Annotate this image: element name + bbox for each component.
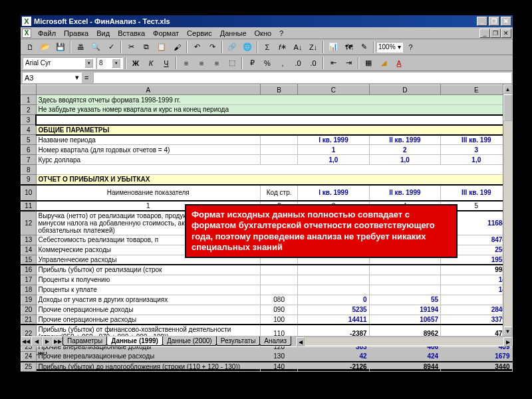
- percent-icon[interactable]: %: [260, 57, 275, 70]
- section-general[interactable]: ОБЩИЕ ПАРАМЕТРЫ: [36, 125, 512, 135]
- draw-icon[interactable]: ✎: [356, 41, 371, 54]
- mdi-close-button[interactable]: ✕: [501, 29, 511, 38]
- col-E[interactable]: E: [441, 85, 512, 95]
- dec-indent-icon[interactable]: ⇤: [326, 57, 340, 70]
- font-color-icon[interactable]: A: [392, 57, 406, 70]
- row-2[interactable]: 2: [21, 105, 37, 115]
- tab-data-2000[interactable]: Данные (2000): [162, 336, 217, 346]
- zoom-combo[interactable]: 100%▾: [376, 42, 403, 53]
- undo-icon[interactable]: ↶: [190, 41, 204, 54]
- cut-icon[interactable]: ✂: [124, 41, 138, 54]
- web-icon[interactable]: 🌐: [240, 41, 255, 54]
- horizontal-scrollbar[interactable]: ◀ ▶: [295, 336, 513, 346]
- scroll-down-icon[interactable]: ▼: [503, 327, 512, 336]
- row-20[interactable]: 20: [21, 305, 37, 315]
- preview-icon[interactable]: 🔍: [88, 41, 103, 54]
- inc-decimal-icon[interactable]: .0: [291, 57, 305, 70]
- dec-decimal-icon[interactable]: .0: [306, 57, 321, 70]
- paste-icon[interactable]: 📋: [154, 41, 169, 54]
- cell-a3[interactable]: [36, 115, 512, 125]
- row-10[interactable]: 10: [21, 185, 37, 201]
- row-21[interactable]: 21: [21, 315, 37, 325]
- select-all[interactable]: [21, 85, 37, 95]
- menu-insert[interactable]: Вставка: [114, 29, 149, 38]
- hint1[interactable]: Здесь вводятся отчеты формата 1998-1999 …: [36, 95, 512, 105]
- bold-icon[interactable]: Ж: [128, 57, 143, 70]
- col-C[interactable]: C: [298, 85, 369, 95]
- align-left-icon[interactable]: ≡: [179, 57, 194, 70]
- row-12[interactable]: 12: [21, 211, 37, 235]
- hint2[interactable]: Не забудьте указать номер квартала и кур…: [36, 105, 512, 115]
- font-size-combo[interactable]: 8▾: [96, 57, 123, 69]
- name-box[interactable]: A3▾: [22, 72, 82, 83]
- menu-help[interactable]: ?: [275, 29, 287, 38]
- borders-icon[interactable]: ▦: [361, 57, 376, 70]
- row-11[interactable]: 11: [21, 201, 37, 211]
- function-icon[interactable]: f∗: [275, 41, 290, 54]
- comma-icon[interactable]: ,: [275, 57, 290, 70]
- sort-asc-icon[interactable]: A↓: [291, 41, 305, 54]
- autosum-icon[interactable]: Σ: [260, 41, 275, 54]
- mdi-minimize-button[interactable]: _: [479, 29, 490, 38]
- tab-prev-icon[interactable]: ◀: [31, 336, 42, 346]
- col-B[interactable]: B: [261, 85, 298, 95]
- scroll-left-icon[interactable]: ◀: [296, 337, 305, 346]
- row-15[interactable]: 15: [21, 255, 37, 265]
- tab-next-icon[interactable]: ▶: [42, 336, 53, 346]
- row-18[interactable]: 18: [21, 285, 37, 295]
- sort-desc-icon[interactable]: Z↓: [306, 41, 321, 54]
- redo-icon[interactable]: ↷: [205, 41, 219, 54]
- row-6[interactable]: 6: [21, 145, 37, 155]
- mdi-restore-button[interactable]: ❐: [490, 29, 501, 38]
- inc-indent-icon[interactable]: ⇥: [341, 57, 356, 70]
- menu-file[interactable]: Файл: [34, 29, 60, 38]
- align-right-icon[interactable]: ≡: [209, 57, 224, 70]
- menu-edit[interactable]: Правка: [60, 29, 92, 38]
- tab-analysis[interactable]: Анализ: [259, 336, 291, 346]
- tab-data-1999[interactable]: Данные (1999): [106, 336, 163, 346]
- row-19[interactable]: 19: [21, 295, 37, 305]
- row-24[interactable]: 24: [21, 352, 37, 362]
- row-7[interactable]: 7: [21, 155, 37, 165]
- scroll-up-icon[interactable]: ▲: [503, 84, 512, 94]
- row-14[interactable]: 14: [21, 245, 37, 255]
- currency-icon[interactable]: ₽: [245, 57, 259, 70]
- menu-view[interactable]: Вид: [92, 29, 114, 38]
- link-icon[interactable]: 🔗: [225, 41, 239, 54]
- row-9[interactable]: 9: [21, 175, 37, 185]
- row-17[interactable]: 17: [21, 275, 37, 285]
- col-A[interactable]: A: [36, 85, 261, 95]
- font-name-combo[interactable]: Arial Cyr▾: [23, 57, 96, 69]
- col-D[interactable]: D: [369, 85, 440, 95]
- tab-last-icon[interactable]: ▶▶: [53, 336, 63, 346]
- copy-icon[interactable]: ⧉: [139, 41, 154, 54]
- row-8[interactable]: 8: [21, 165, 37, 175]
- tab-params[interactable]: Параметры: [63, 336, 107, 346]
- merge-icon[interactable]: ⬚: [225, 57, 239, 70]
- spell-icon[interactable]: ✓: [104, 41, 118, 54]
- map-icon[interactable]: 🗺: [341, 41, 356, 54]
- maximize-button[interactable]: ❐: [489, 17, 499, 26]
- row-13[interactable]: 13: [21, 235, 37, 245]
- row-16[interactable]: 16: [21, 265, 37, 275]
- open-icon[interactable]: 📂: [38, 41, 53, 54]
- menu-data[interactable]: Данные: [216, 29, 251, 38]
- menu-tools[interactable]: Сервис: [183, 29, 216, 38]
- formula-input[interactable]: [93, 72, 511, 83]
- close-button[interactable]: ✕: [501, 17, 511, 26]
- scroll-right-icon[interactable]: ▶: [503, 337, 512, 346]
- italic-icon[interactable]: К: [144, 57, 158, 70]
- underline-icon[interactable]: Ч: [159, 57, 174, 70]
- vertical-scrollbar[interactable]: ▲ ▼: [503, 84, 513, 336]
- row-5[interactable]: 5: [21, 135, 37, 145]
- fill-color-icon[interactable]: ◢: [376, 57, 391, 70]
- row-4[interactable]: 4: [21, 125, 37, 135]
- minimize-button[interactable]: _: [477, 17, 487, 26]
- row-25[interactable]: 25: [21, 362, 37, 372]
- scroll-thumb[interactable]: [503, 94, 512, 121]
- print-icon[interactable]: 🖶: [73, 41, 88, 54]
- align-center-icon[interactable]: ≡: [194, 57, 209, 70]
- new-icon[interactable]: 🗋: [23, 41, 37, 54]
- row-1[interactable]: 1: [21, 95, 37, 105]
- section-pl[interactable]: ОТЧЕТ О ПРИБЫЛЯХ И УБЫТКАХ: [36, 175, 512, 185]
